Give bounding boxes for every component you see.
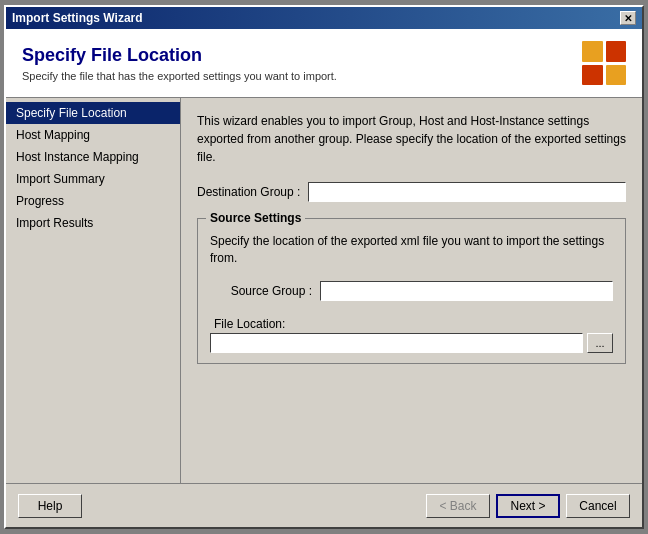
logo-sq-4 [606, 65, 627, 86]
page-title: Specify File Location [22, 45, 337, 66]
logo-sq-1 [582, 41, 603, 62]
body: Specify File Location Host Mapping Host … [6, 98, 642, 483]
file-location-label: File Location: [214, 317, 613, 331]
file-location-input[interactable] [210, 333, 583, 353]
destination-group-input[interactable] [308, 182, 626, 202]
browse-button[interactable]: ... [587, 333, 613, 353]
destination-group-row: Destination Group : [197, 182, 626, 202]
logo-sq-2 [606, 41, 627, 62]
title-bar-buttons: ✕ [620, 11, 636, 25]
title-bar: Import Settings Wizard ✕ [6, 7, 642, 29]
source-group-label: Source Group : [210, 284, 320, 298]
header-text: Specify File Location Specify the file t… [22, 45, 337, 82]
sidebar-item-specify-file[interactable]: Specify File Location [6, 102, 180, 124]
cancel-button[interactable]: Cancel [566, 494, 630, 518]
sidebar: Specify File Location Host Mapping Host … [6, 98, 181, 483]
help-button[interactable]: Help [18, 494, 82, 518]
file-location-section: File Location: ... [210, 317, 613, 353]
source-settings-group: Source Settings Specify the location of … [197, 218, 626, 364]
next-button[interactable]: Next > [496, 494, 560, 518]
logo [582, 41, 626, 85]
footer: Help < Back Next > Cancel [6, 483, 642, 527]
content-area: This wizard enables you to import Group,… [181, 98, 642, 483]
sidebar-item-progress[interactable]: Progress [6, 190, 180, 212]
source-settings-title: Source Settings [206, 211, 305, 225]
dialog-title: Import Settings Wizard [12, 11, 143, 25]
source-group-row: Source Group : [210, 281, 613, 301]
sidebar-item-import-summary[interactable]: Import Summary [6, 168, 180, 190]
sidebar-item-host-instance-mapping[interactable]: Host Instance Mapping [6, 146, 180, 168]
back-button[interactable]: < Back [426, 494, 490, 518]
header-section: Specify File Location Specify the file t… [6, 29, 642, 98]
file-location-row: ... [210, 333, 613, 353]
sidebar-item-import-results[interactable]: Import Results [6, 212, 180, 234]
intro-text: This wizard enables you to import Group,… [197, 112, 626, 166]
sidebar-item-host-mapping[interactable]: Host Mapping [6, 124, 180, 146]
source-settings-description: Specify the location of the exported xml… [210, 233, 613, 267]
close-button[interactable]: ✕ [620, 11, 636, 25]
footer-left: Help [18, 494, 82, 518]
dialog: Import Settings Wizard ✕ Specify File Lo… [4, 5, 644, 529]
logo-sq-3 [582, 65, 603, 86]
footer-right: < Back Next > Cancel [426, 494, 630, 518]
page-subtitle: Specify the file that has the exported s… [22, 70, 337, 82]
source-group-input[interactable] [320, 281, 613, 301]
destination-group-label: Destination Group : [197, 185, 308, 199]
